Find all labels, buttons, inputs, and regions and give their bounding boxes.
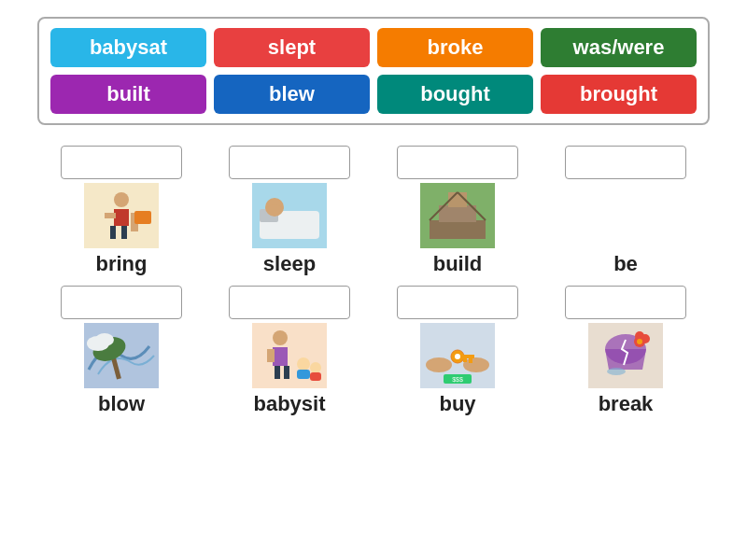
answer-input-be[interactable] — [565, 146, 686, 179]
svg-point-34 — [426, 357, 452, 372]
item-label-be: be — [613, 252, 638, 276]
svg-point-22 — [95, 333, 114, 346]
exercise-item-blow: blow — [47, 286, 196, 416]
item-label-sleep: sleep — [263, 252, 316, 276]
chip-was-were[interactable]: was/were — [541, 28, 697, 67]
exercise-item-bring: bring — [47, 146, 196, 276]
chip-broke[interactable]: broke — [377, 28, 533, 67]
exercise-item-buy: $$$ buy — [383, 286, 532, 416]
exercise-item-babysit: babysit — [215, 286, 364, 416]
answer-input-sleep[interactable] — [229, 146, 350, 179]
answer-input-bring[interactable] — [61, 146, 182, 179]
svg-rect-3 — [105, 213, 116, 218]
item-label-break: break — [599, 392, 654, 416]
image-sleep — [252, 183, 327, 248]
item-label-build: build — [433, 252, 483, 276]
image-be — [588, 183, 663, 248]
svg-point-49 — [607, 368, 626, 375]
exercise-grid: bring sleep buildbe blow — [47, 146, 700, 416]
answer-input-build[interactable] — [397, 146, 518, 179]
item-label-bring: bring — [96, 252, 148, 276]
chip-slept[interactable]: slept — [214, 28, 370, 67]
svg-rect-14 — [439, 205, 476, 222]
answer-input-blow[interactable] — [61, 286, 182, 319]
image-buy: $$$ — [420, 323, 495, 388]
svg-text:$$$: $$$ — [452, 376, 463, 383]
svg-rect-6 — [121, 226, 127, 239]
chip-brought[interactable]: brought — [541, 75, 697, 114]
svg-rect-32 — [310, 372, 321, 381]
image-blow — [84, 323, 159, 388]
svg-point-24 — [273, 330, 288, 345]
image-break — [588, 323, 663, 388]
svg-rect-26 — [267, 349, 275, 362]
chip-blew[interactable]: blew — [214, 75, 370, 114]
svg-rect-13 — [430, 220, 486, 239]
exercise-item-be: be — [551, 146, 700, 276]
answer-input-break[interactable] — [565, 286, 686, 319]
chip-babysat[interactable]: babysat — [50, 28, 206, 67]
item-label-babysit: babysit — [253, 392, 325, 416]
svg-point-1 — [114, 192, 129, 207]
svg-rect-25 — [273, 347, 288, 366]
answer-input-babysit[interactable] — [229, 286, 350, 319]
svg-rect-39 — [469, 358, 472, 363]
item-label-blow: blow — [98, 392, 145, 416]
exercise-item-sleep: sleep — [215, 146, 364, 276]
svg-rect-28 — [284, 366, 289, 379]
svg-point-37 — [455, 354, 460, 359]
image-build — [420, 183, 495, 248]
svg-rect-2 — [114, 209, 129, 226]
image-babysit — [252, 323, 327, 388]
svg-point-35 — [463, 357, 489, 372]
svg-rect-30 — [297, 370, 310, 379]
item-label-buy: buy — [439, 392, 475, 416]
svg-point-48 — [637, 339, 642, 344]
answer-input-buy[interactable] — [397, 286, 518, 319]
svg-rect-5 — [110, 226, 116, 239]
svg-rect-40 — [463, 358, 467, 362]
image-bring — [84, 183, 159, 248]
svg-point-29 — [297, 357, 310, 371]
svg-point-31 — [310, 362, 321, 373]
exercise-item-break: break — [551, 286, 700, 416]
chip-bought[interactable]: bought — [377, 75, 533, 114]
svg-rect-7 — [134, 211, 151, 224]
chip-built[interactable]: built — [50, 75, 206, 114]
answer-bank: babysatsleptbrokewas/werebuiltblewbought… — [37, 17, 710, 125]
exercise-item-build: build — [383, 146, 532, 276]
svg-rect-27 — [275, 366, 280, 379]
svg-rect-38 — [461, 355, 474, 358]
